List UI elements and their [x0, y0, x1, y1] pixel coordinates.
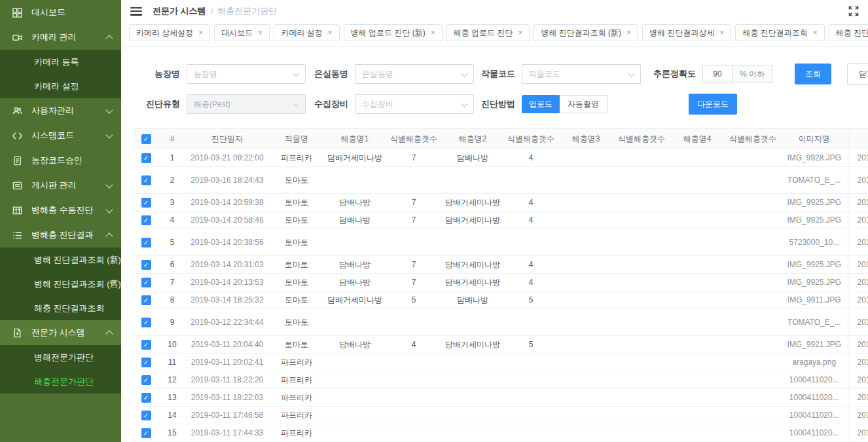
sidebar-item-camera-register[interactable]: 카메라 등록: [0, 50, 121, 74]
row-checkbox[interactable]: ✓: [141, 428, 151, 438]
tab-close-icon[interactable]: ×: [198, 28, 203, 37]
table-cell: [613, 354, 670, 371]
table-cell-clipped: 2018: [848, 194, 868, 212]
table-cell-clipped: 2019: [848, 309, 868, 336]
table-body: ✓12019-03-21 09:22:00파프리카담배거세미나방7담배나방4IM…: [133, 149, 868, 442]
accuracy-input[interactable]: 90: [702, 65, 732, 83]
table-cell: 12: [159, 371, 185, 389]
row-checkbox[interactable]: ✓: [141, 278, 151, 287]
table-cell: 5723000_10...: [781, 229, 848, 256]
table-cell: 담배나방: [324, 336, 386, 354]
select-all-checkbox[interactable]: ✓: [141, 134, 151, 144]
row-checkbox[interactable]: ✓: [141, 318, 151, 327]
sidebar-item-disease-results-old[interactable]: 병해 진단결과조회 (舊): [0, 272, 121, 296]
row-checkbox[interactable]: ✓: [141, 411, 151, 420]
sidebar-item-user-mgmt[interactable]: 사용자관리: [0, 98, 121, 123]
table-cell: [725, 212, 781, 229]
table-cell: [670, 194, 725, 212]
row-checkbox[interactable]: ✓: [141, 175, 151, 185]
table-cell: [613, 212, 670, 229]
table-cell: [442, 167, 503, 194]
table-cell: 4: [503, 274, 558, 291]
chevron-down-icon: [461, 70, 468, 77]
sidebar-item-disease-expert-judgment[interactable]: 병해전문가판단: [0, 345, 121, 369]
tab-close-icon[interactable]: ×: [719, 28, 724, 37]
row-checkbox[interactable]: ✓: [141, 153, 151, 163]
sidebar-item-dashboard[interactable]: 대시보드: [0, 0, 121, 25]
sidebar-item-farm-code-approval[interactable]: 농장코드승인: [0, 148, 121, 173]
tab-label: 대시보드: [221, 28, 253, 39]
crop-code-select[interactable]: 작물코드: [522, 64, 641, 84]
row-checkbox[interactable]: ✓: [141, 215, 151, 225]
row-checkbox[interactable]: ✓: [141, 393, 151, 403]
table-cell: [670, 229, 725, 256]
sidebar-item-manual-diagnosis[interactable]: 병해충 수동진단: [0, 198, 121, 223]
method-auto-capture-button[interactable]: 자동촬영: [560, 95, 607, 113]
greenhouse-select[interactable]: 온실동명: [355, 64, 474, 84]
table-cell: 담배나방: [324, 194, 386, 212]
download-button[interactable]: 다운로드: [689, 94, 737, 115]
method-upload-button[interactable]: 업로드: [522, 95, 560, 113]
sidebar-item-pest-results[interactable]: 해충 진단결과조회: [0, 296, 121, 320]
table-cell: [442, 354, 503, 371]
sidebar-item-disease-results-new[interactable]: 병해 진단결과조회 (新): [0, 248, 121, 272]
table-cell: 5: [503, 291, 558, 309]
table-cell: [725, 336, 781, 354]
table-cell: 2019-03-14 20:59:38: [185, 194, 269, 212]
tab-close-icon[interactable]: ×: [431, 28, 435, 37]
hamburger-menu-icon[interactable]: [130, 7, 142, 16]
row-checkbox[interactable]: ✓: [141, 260, 151, 270]
sidebar-item-pest-expert-judgment[interactable]: 해충전문가판단: [0, 369, 121, 394]
tab-6[interactable]: 병해 진단결과조회 (新)×: [533, 24, 638, 41]
row-checkbox[interactable]: ✓: [141, 238, 151, 248]
column-header: 작물명: [269, 129, 324, 149]
sidebar-item-diagnosis-results[interactable]: 병해충 진단결과: [0, 223, 121, 248]
sidebar-item-camera-settings[interactable]: 카메라 설정: [0, 74, 121, 98]
row-checkbox[interactable]: ✓: [141, 340, 151, 350]
tab-close-icon[interactable]: ×: [518, 28, 522, 37]
chevron-down-icon: [105, 206, 113, 213]
sidebar-item-expert-system[interactable]: 전문가 시스템: [0, 320, 121, 345]
tab-7[interactable]: 병해 진단결과상세×: [642, 24, 731, 41]
tab-4[interactable]: 병해 업로드 진단 (新)×: [344, 24, 443, 41]
search-button[interactable]: 조회: [795, 64, 831, 84]
table-cell: 담배거세미나방: [442, 256, 503, 274]
device-select[interactable]: 수집장비: [355, 94, 474, 114]
table-cell: [670, 424, 725, 442]
column-header: 식별해충갯수: [503, 129, 558, 149]
tab-3[interactable]: 카메라 설정×: [274, 24, 339, 41]
tab-2[interactable]: 대시보드×: [214, 24, 270, 41]
tab-close-icon[interactable]: ×: [813, 28, 818, 37]
table-cell-clipped: 2018: [848, 291, 868, 309]
table-cell: [558, 407, 613, 424]
table-row: ✓62019-03-14 20:31:03토마토담배나방7담배거세미나방4IMG…: [133, 256, 868, 274]
row-checkbox[interactable]: ✓: [141, 198, 151, 208]
farm-name-select[interactable]: 농장명: [187, 64, 306, 84]
table-cell: [670, 354, 725, 371]
tab-5[interactable]: 해충 업로드 진단×: [446, 24, 530, 41]
row-checkbox[interactable]: ✓: [141, 375, 151, 385]
row-checkbox[interactable]: ✓: [141, 358, 151, 367]
table-cell: [670, 371, 725, 389]
table-cell: [558, 167, 613, 194]
row-checkbox[interactable]: ✓: [141, 295, 151, 305]
table-cell: [725, 194, 781, 212]
fullscreen-icon[interactable]: [848, 6, 859, 16]
tab-8[interactable]: 해충 진단결과조회×: [735, 24, 824, 41]
table-cell: 담배나방: [324, 274, 386, 291]
filter-row-2: 진단유형 해충(Pest) 수집장비 수집장비 진단방법 업로드 자동촬영 다운…: [121, 94, 868, 114]
diagnosis-type-select[interactable]: 해충(Pest): [187, 94, 306, 114]
tab-close-icon[interactable]: ×: [626, 28, 631, 37]
tab-close-icon[interactable]: ×: [328, 28, 333, 37]
table-cell: [725, 389, 781, 407]
tab-9[interactable]: 해충 진단결과상세×: [829, 24, 868, 41]
tab-1[interactable]: 카메라 상세설정×: [129, 24, 210, 41]
table-cell: [442, 424, 503, 442]
sidebar-item-board-mgmt[interactable]: 게시판 관리: [0, 173, 121, 198]
sidebar-item-system-code[interactable]: 시스템코드: [0, 123, 121, 148]
sidebar-item-camera-mgmt[interactable]: 카메라 관리: [0, 25, 121, 50]
close-button[interactable]: 닫기: [847, 64, 868, 84]
table-cell: 토마토: [269, 212, 324, 229]
table-cell: [503, 229, 558, 256]
tab-close-icon[interactable]: ×: [258, 28, 262, 37]
